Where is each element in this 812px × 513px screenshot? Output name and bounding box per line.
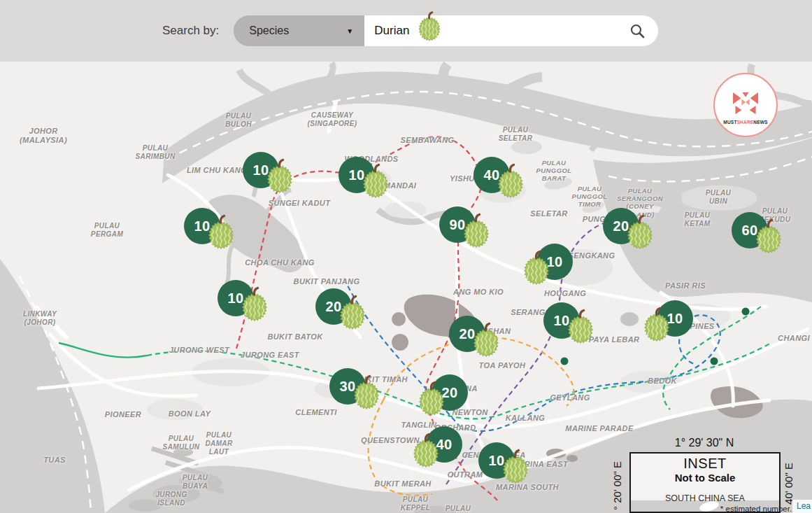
durian-icon bbox=[360, 163, 391, 199]
durian-icon bbox=[239, 286, 270, 323]
durian-marker[interactable]: 40 bbox=[426, 426, 462, 463]
durian-icon bbox=[521, 250, 552, 286]
inset-west-coordinate: ° 20' 00" E bbox=[611, 461, 623, 510]
inset-east-coordinate: 40' 00" E bbox=[783, 463, 795, 505]
durian-marker[interactable]: 60 bbox=[732, 212, 768, 248]
durian-icon bbox=[416, 10, 443, 43]
durian-marker[interactable]: 10 bbox=[218, 280, 254, 316]
durian-marker[interactable]: 30 bbox=[329, 368, 366, 405]
durian-icon bbox=[337, 295, 368, 331]
map[interactable]: JOHOR (MALAYSIA)PULAU BULOHCAUSEWAY (SIN… bbox=[0, 62, 812, 513]
durian-marker[interactable]: 10 bbox=[243, 152, 279, 188]
durian-marker[interactable]: 20 bbox=[432, 374, 468, 411]
durian-icon bbox=[411, 433, 441, 469]
search-by-label: Search by: bbox=[162, 24, 219, 38]
durian-marker[interactable]: 40 bbox=[473, 157, 510, 193]
durian-marker[interactable]: 90 bbox=[439, 206, 476, 243]
leaflet-attribution-link[interactable]: Lea bbox=[792, 500, 812, 513]
search-type-dropdown[interactable]: Species ▼ bbox=[234, 15, 364, 46]
map-dot[interactable] bbox=[711, 358, 718, 365]
inset-subtitle: Not to Scale bbox=[631, 472, 779, 484]
durian-icon bbox=[416, 381, 447, 417]
durian-marker[interactable]: 20 bbox=[603, 208, 639, 244]
durian-marker[interactable]: 10 bbox=[657, 300, 693, 337]
durian-marker[interactable]: 10 bbox=[543, 302, 580, 339]
chevron-down-icon: ▼ bbox=[346, 27, 353, 35]
inset-north-coordinate: 1° 29' 30" N bbox=[675, 437, 734, 449]
durian-icon bbox=[471, 322, 501, 358]
search-input-value: Durian bbox=[374, 24, 409, 38]
durian-icon bbox=[351, 374, 382, 411]
estimated-number-note: * estimated number. bbox=[720, 505, 792, 513]
map-dot[interactable] bbox=[561, 358, 569, 365]
durian-marker[interactable]: 10 bbox=[184, 208, 220, 244]
dropdown-selected-value: Species bbox=[249, 24, 346, 37]
durian-icon bbox=[500, 449, 531, 485]
durian-icon bbox=[264, 158, 295, 195]
durian-icon bbox=[753, 218, 784, 255]
logo-wordmark: MUSTSHARENEWS bbox=[723, 120, 767, 125]
durian-marker[interactable]: 10 bbox=[536, 244, 573, 280]
durian-icon bbox=[625, 214, 655, 251]
durian-icon bbox=[495, 163, 526, 199]
durian-marker[interactable]: 20 bbox=[449, 316, 485, 352]
durian-marker[interactable]: 20 bbox=[315, 288, 352, 325]
durian-icon bbox=[565, 309, 596, 345]
durian-marker[interactable]: 10 bbox=[339, 157, 375, 193]
durian-icon bbox=[461, 213, 492, 249]
inset-title: INSET bbox=[631, 456, 779, 472]
inset-sea-label: SOUTH CHINA SEA bbox=[631, 493, 779, 503]
map-dot[interactable] bbox=[742, 308, 750, 316]
search-pill: Species ▼ Durian bbox=[234, 15, 658, 46]
search-toolbar: Search by: Species ▼ Durian bbox=[0, 0, 812, 62]
search-input[interactable]: Durian bbox=[364, 15, 658, 46]
durian-marker[interactable]: 10 bbox=[478, 442, 515, 479]
durian-icon bbox=[641, 307, 672, 343]
durian-icon bbox=[206, 214, 236, 251]
inset-box: INSET Not to Scale SOUTH CHINA SEA bbox=[629, 452, 781, 513]
search-icon[interactable] bbox=[629, 22, 646, 39]
mustsharenews-logo: MUSTSHARENEWS bbox=[713, 73, 778, 137]
